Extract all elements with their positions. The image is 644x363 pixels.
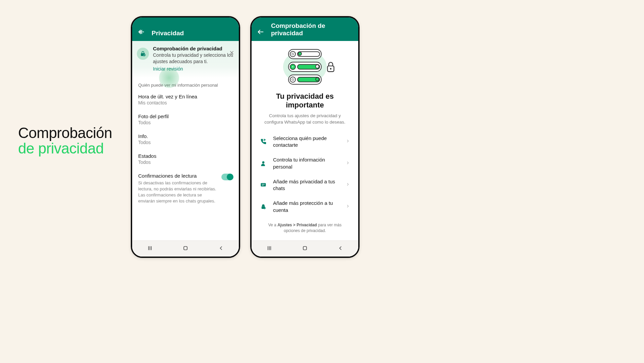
checkup-subheading: Controla tus ajustes de privacidad y con… <box>252 113 358 131</box>
hero-title: Comprobación de privacidad <box>18 125 112 156</box>
banner-title: Comprobación de privacidad <box>153 46 234 51</box>
app-bar: Comprobación de privacidad <box>252 17 358 41</box>
appbar-title: Comprobación de privacidad <box>271 22 353 37</box>
person-icon <box>260 160 267 167</box>
chevron-right-icon <box>345 182 350 188</box>
setting-status[interactable]: Estados Todos <box>132 149 239 169</box>
checkup-item-label: Controla tu información personal <box>273 156 339 170</box>
privacy-checkup-banner[interactable]: Comprobación de privacidad Controla tu p… <box>132 41 239 78</box>
svg-point-3 <box>292 66 293 67</box>
setting-value: Todos <box>138 140 229 145</box>
setting-label: Estados <box>138 153 229 159</box>
android-nav-bar <box>252 240 358 257</box>
android-nav-bar <box>132 240 239 257</box>
setting-label: Info. <box>138 133 229 139</box>
setting-label: Hora de últ. vez y En línea <box>138 94 229 99</box>
home-button[interactable] <box>182 245 189 253</box>
section-header: Quién puede ver mi información personal <box>132 78 239 90</box>
close-icon[interactable] <box>229 50 235 57</box>
chevron-right-icon <box>345 139 350 145</box>
read-receipts-toggle[interactable] <box>221 174 233 180</box>
svg-point-6 <box>330 68 332 70</box>
checkup-heading: Tu privacidad es importante <box>252 89 358 113</box>
hero-title-line1: Comprobación <box>18 125 112 141</box>
svg-rect-8 <box>261 183 266 186</box>
banner-start-link[interactable]: Iniciar revisión <box>153 66 183 72</box>
checkup-item-personal-info[interactable]: Controla tu información personal <box>252 152 358 174</box>
svg-point-7 <box>262 161 265 164</box>
back-icon[interactable] <box>138 28 145 37</box>
checkup-item-label: Añade más protección a tu cuenta <box>273 200 339 214</box>
phone-privacy-checkup: Comprobación de privacidad <box>250 16 360 258</box>
checkup-item-account-protection[interactable]: Añade más protección a tu cuenta <box>252 196 358 218</box>
setting-last-seen[interactable]: Hora de últ. vez y En línea Mis contacto… <box>132 90 239 109</box>
setting-label: Confirmaciones de lectura <box>138 173 218 179</box>
checkup-item-contact[interactable]: Selecciona quién puede contactarte <box>252 131 358 153</box>
checkup-item-label: Añade más privacidad a tus chats <box>273 178 339 192</box>
svg-rect-1 <box>184 246 187 250</box>
app-bar: Privacidad <box>132 17 239 41</box>
setting-profile-photo[interactable]: Foto del perfil Todos <box>132 109 239 129</box>
footer-note: Ve a Ajustes > Privacidad para ver más o… <box>252 218 358 237</box>
setting-label: Foto del perfil <box>138 114 229 119</box>
phone-privacy-settings: Privacidad Comprobación de privacidad Co… <box>131 16 240 258</box>
setting-read-receipts[interactable]: Confirmaciones de lectura Si desactivas … <box>132 169 239 209</box>
phone-call-icon <box>260 138 267 145</box>
back-icon[interactable] <box>257 28 264 37</box>
lock-check-icon <box>137 48 149 60</box>
home-button[interactable] <box>302 245 308 253</box>
setting-desc: Si desactivas las confirmaciones de lect… <box>138 180 218 205</box>
chevron-right-icon <box>345 161 350 167</box>
checkup-item-chat-privacy[interactable]: Añade más privacidad a tus chats <box>252 174 358 196</box>
banner-desc: Controla tu privacidad y selecciona los … <box>153 52 234 65</box>
svg-rect-11 <box>303 246 307 250</box>
checkup-item-label: Selecciona quién puede contactarte <box>273 135 339 149</box>
privacy-illustration <box>252 41 358 89</box>
recents-button[interactable] <box>147 245 153 253</box>
recents-button[interactable] <box>266 245 273 253</box>
setting-value: Todos <box>138 160 229 165</box>
back-button[interactable] <box>218 245 224 253</box>
back-button[interactable] <box>337 245 344 253</box>
chat-icon <box>260 182 267 188</box>
lock-icon <box>260 203 267 210</box>
chevron-right-icon <box>345 204 350 210</box>
setting-value: Mis contactos <box>138 100 229 105</box>
appbar-title: Privacidad <box>152 30 184 37</box>
setting-value: Todos <box>138 120 229 125</box>
setting-about[interactable]: Info. Todos <box>132 129 239 149</box>
hero-title-line2: de privacidad <box>18 141 112 156</box>
